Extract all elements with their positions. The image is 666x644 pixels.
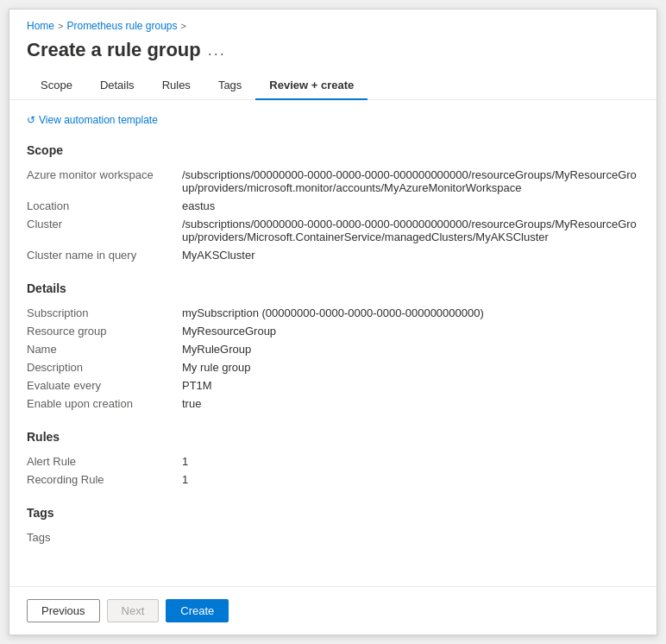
page-header: Create a rule group ...	[9, 35, 657, 72]
scope-workspace-label: Azure monitor workspace	[27, 166, 182, 197]
tab-tags[interactable]: Tags	[204, 72, 255, 100]
breadcrumb-prometheus[interactable]: Prometheus rule groups	[66, 20, 177, 32]
rules-section-title: Rules	[27, 430, 639, 444]
tags-table: Tags	[27, 528, 639, 546]
details-table: Subscription mySubscription (00000000-00…	[27, 304, 639, 413]
breadcrumb-home[interactable]: Home	[27, 20, 54, 32]
details-rg-label: Resource group	[27, 322, 182, 340]
rules-table: Alert Rule 1 Recording Rule 1	[27, 452, 639, 489]
create-button[interactable]: Create	[166, 599, 229, 622]
details-subscription-label: Subscription	[27, 304, 182, 322]
table-row: Description My rule group	[27, 358, 639, 376]
details-section-title: Details	[27, 281, 639, 295]
table-row: Azure monitor workspace /subscriptions/0…	[27, 166, 639, 197]
breadcrumb-sep1: >	[58, 21, 63, 31]
tabs-container: Scope Details Rules Tags Review + create	[9, 72, 657, 100]
tab-rules[interactable]: Rules	[148, 72, 204, 100]
details-description-label: Description	[27, 358, 182, 376]
tab-scope[interactable]: Scope	[27, 72, 86, 100]
scope-location-value: eastus	[182, 197, 639, 215]
details-enable-value: true	[182, 395, 639, 413]
automation-icon: ↺	[27, 114, 35, 126]
details-description-value: My rule group	[182, 358, 639, 376]
content-area: ↺ View automation template Scope Azure m…	[9, 100, 657, 586]
table-row: Tags	[27, 528, 639, 546]
table-row: Subscription mySubscription (00000000-00…	[27, 304, 639, 322]
tags-label: Tags	[27, 528, 182, 546]
details-rg-value: MyResourceGroup	[182, 322, 639, 340]
scope-clustername-label: Cluster name in query	[27, 246, 182, 264]
scope-cluster-label: Cluster	[27, 215, 182, 246]
page-title: Create a rule group	[27, 39, 201, 61]
scope-table: Azure monitor workspace /subscriptions/0…	[27, 166, 639, 264]
scope-clustername-value: MyAKSCluster	[182, 246, 639, 264]
scope-workspace-value: /subscriptions/00000000-0000-0000-0000-0…	[182, 166, 639, 197]
table-row: Recording Rule 1	[27, 470, 639, 489]
rules-alert-value: 1	[182, 452, 639, 470]
tags-value	[182, 528, 639, 546]
breadcrumb: Home > Prometheus rule groups >	[9, 9, 657, 35]
table-row: Resource group MyResourceGroup	[27, 322, 639, 340]
previous-button[interactable]: Previous	[27, 599, 100, 622]
table-row: Evaluate every PT1M	[27, 376, 639, 395]
table-row: Enable upon creation true	[27, 395, 639, 413]
main-window: Home > Prometheus rule groups > Create a…	[9, 9, 657, 635]
footer: Previous Next Create	[9, 586, 657, 635]
details-evaluate-label: Evaluate every	[27, 376, 182, 395]
details-enable-label: Enable upon creation	[27, 395, 182, 413]
automation-template-link[interactable]: ↺ View automation template	[27, 114, 639, 126]
details-name-value: MyRuleGroup	[182, 340, 639, 358]
scope-location-label: Location	[27, 197, 182, 215]
next-button: Next	[107, 599, 160, 622]
details-name-label: Name	[27, 340, 182, 358]
table-row: Alert Rule 1	[27, 452, 639, 470]
tags-section-title: Tags	[27, 506, 639, 520]
details-subscription-value: mySubscription (00000000-0000-0000-0000-…	[182, 304, 639, 322]
breadcrumb-sep2: >	[181, 21, 186, 31]
table-row: Cluster /subscriptions/00000000-0000-000…	[27, 215, 639, 246]
details-evaluate-value: PT1M	[182, 376, 639, 395]
scope-section-title: Scope	[27, 143, 639, 157]
tab-details[interactable]: Details	[86, 72, 148, 100]
page-menu-dots[interactable]: ...	[208, 41, 226, 60]
table-row: Location eastus	[27, 197, 639, 215]
rules-alert-label: Alert Rule	[27, 452, 182, 470]
table-row: Cluster name in query MyAKSCluster	[27, 246, 639, 264]
scope-cluster-value: /subscriptions/00000000-0000-0000-0000-0…	[182, 215, 639, 246]
tab-review[interactable]: Review + create	[255, 72, 368, 100]
table-row: Name MyRuleGroup	[27, 340, 639, 358]
rules-recording-label: Recording Rule	[27, 470, 182, 489]
rules-recording-value: 1	[182, 470, 639, 489]
